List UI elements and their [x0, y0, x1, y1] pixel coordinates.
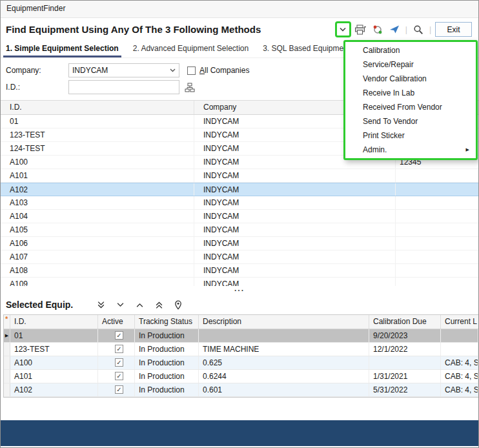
selected-equip-title: Selected Equip.	[6, 300, 73, 310]
active-checkbox[interactable]: ✓	[115, 385, 123, 394]
combo-arrow-icon	[170, 68, 176, 72]
cell-active: ✓	[98, 383, 135, 396]
menu-item-receive-in-lab[interactable]: Receive In Lab	[345, 86, 476, 100]
cell-active: ✓	[98, 370, 135, 383]
cell-id: A104	[1, 210, 194, 223]
results-table-row[interactable]: A108INDYCAM	[1, 264, 478, 278]
window-title: EquipmentFinder	[6, 4, 65, 13]
cell-calibration-due: 9/20/2023	[369, 329, 441, 342]
menu-item-label: Vendor Calibration	[363, 72, 469, 86]
column-header-calibration-due[interactable]: Calibration Due	[369, 315, 441, 329]
actions-dropdown-button[interactable]	[337, 23, 349, 36]
menu-item-admin[interactable]: Admin.▶	[345, 143, 476, 157]
header: Find Equipment Using Any Of The 3 Follow…	[1, 18, 478, 41]
results-table-row[interactable]: A106INDYCAM	[1, 237, 478, 250]
search-button[interactable]	[411, 23, 425, 37]
chevron-up-icon	[136, 301, 144, 309]
results-table-row[interactable]: A104INDYCAM	[1, 210, 478, 223]
cell-id: A102	[1, 183, 194, 196]
cell-id: A109	[1, 278, 194, 286]
move-up-button[interactable]	[134, 299, 145, 311]
cell-current-location: CAB: 4, SH	[441, 383, 478, 396]
column-header-description[interactable]: Description	[199, 315, 369, 329]
company-combobox[interactable]: INDYCAM	[68, 63, 179, 77]
menu-item-label: Print Sticker	[363, 128, 469, 143]
hierarchy-lookup-icon	[185, 83, 195, 92]
exit-button[interactable]: Exit	[435, 22, 472, 37]
bottom-panel	[1, 420, 478, 446]
cell-id: 123-TEST	[1, 128, 194, 141]
cell-company: INDYCAM	[194, 169, 396, 182]
menu-item-send-to-vendor[interactable]: Send To Vendor	[345, 114, 476, 128]
company-value: INDYCAM	[72, 66, 170, 75]
selected-table-row[interactable]: A101✓In Production0.62441/31/2021CAB: 4,…	[4, 370, 478, 383]
id-input[interactable]	[68, 80, 179, 94]
submenu-arrow-icon: ▶	[466, 143, 469, 157]
cell-id: A103	[1, 196, 194, 209]
cell-calibration-due: 5/31/2022	[369, 383, 441, 396]
cell-extra	[396, 223, 478, 236]
cell-id: A101	[1, 169, 194, 182]
row-marker	[4, 356, 10, 369]
active-checkbox[interactable]: ✓	[115, 331, 123, 340]
results-table-row[interactable]: A101INDYCAM	[1, 169, 478, 183]
row-marker	[4, 370, 10, 383]
locate-button[interactable]	[172, 299, 184, 311]
active-checkbox[interactable]: ✓	[115, 358, 123, 367]
row-marker	[4, 343, 10, 356]
cell-company: INDYCAM	[194, 223, 396, 236]
column-header-id[interactable]: I.D.	[1, 101, 194, 114]
menu-item-print-sticker[interactable]: Print Sticker	[345, 128, 476, 143]
menu-item-vendor-calibration[interactable]: Vendor Calibration	[345, 72, 476, 86]
page-title: Find Equipment Using Any Of The 3 Follow…	[6, 24, 261, 35]
cell-description: 0.6244	[199, 370, 369, 383]
app-window: EquipmentFinder Find Equipment Using Any…	[0, 0, 479, 448]
selected-table-row[interactable]: ▶01✓In Production9/20/2023	[4, 329, 478, 343]
menu-item-label: Calibration	[363, 43, 469, 57]
annotation-dropdown-highlight	[335, 21, 351, 37]
move-all-up-button[interactable]	[153, 299, 165, 311]
all-companies-checkbox[interactable]	[187, 66, 196, 75]
id-label: I.D.:	[6, 83, 68, 92]
print-button[interactable]	[354, 23, 368, 37]
location-pin-icon	[174, 300, 182, 310]
customize-button[interactable]	[371, 23, 385, 37]
cell-tracking-status: In Production	[135, 370, 199, 383]
menu-item-received-from-vendor[interactable]: Received From Vendor	[345, 100, 476, 114]
results-table-row[interactable]: A102INDYCAM	[1, 183, 478, 196]
column-header-id[interactable]: I.D.	[10, 315, 98, 329]
selected-table-row[interactable]: A100✓In Production0.625CAB: 4, SH	[4, 356, 478, 370]
menu-item-service-repair[interactable]: Service/Repair	[345, 57, 476, 72]
menu-item-calibration[interactable]: Calibration	[345, 43, 476, 57]
cell-company: INDYCAM	[194, 210, 396, 223]
cell-tracking-status: In Production	[135, 329, 199, 342]
send-button[interactable]	[387, 23, 402, 37]
move-down-button[interactable]	[114, 299, 126, 311]
cell-id: 124-TEST	[1, 142, 194, 155]
column-header-active[interactable]: Active	[98, 315, 135, 329]
toolbar-separator: |	[405, 25, 407, 34]
move-all-down-button[interactable]	[95, 299, 107, 311]
cell-description: TIME MACHINE	[199, 343, 369, 356]
paper-plane-icon	[389, 25, 400, 34]
all-companies-label: All Companies	[199, 66, 249, 75]
results-table-row[interactable]: A105INDYCAM	[1, 223, 478, 237]
selected-table-body: ▶01✓In Production9/20/2023123-TEST✓In Pr…	[4, 329, 478, 397]
selected-table-row[interactable]: A102✓In Production0.6015/31/2022CAB: 4, …	[4, 383, 478, 397]
results-table-row[interactable]: A107INDYCAM	[1, 250, 478, 264]
results-table-row[interactable]: A103INDYCAM	[1, 196, 478, 210]
tab-simple-equipment-selection[interactable]: 1. Simple Equipment Selection	[3, 41, 121, 57]
column-header-current-location[interactable]: Current L	[441, 315, 478, 329]
id-lookup-button[interactable]	[183, 81, 196, 94]
row-marker	[4, 383, 10, 396]
active-checkbox[interactable]: ✓	[115, 372, 123, 380]
cell-current-location: CAB: 4, SH	[441, 356, 478, 369]
cell-id: A107	[1, 250, 194, 263]
tab-advanced-equipment-selection[interactable]: 2. Advanced Equipment Selection	[130, 41, 251, 57]
cell-company: INDYCAM	[194, 250, 396, 263]
current-row-marker-icon: ▶	[4, 329, 10, 342]
active-checkbox[interactable]: ✓	[115, 345, 123, 353]
selected-table-row[interactable]: 123-TEST✓In ProductionTIME MACHINE12/1/2…	[4, 343, 478, 356]
column-header-tracking-status[interactable]: Tracking Status	[135, 315, 199, 329]
overflow-indicator[interactable]: ...	[1, 286, 478, 295]
